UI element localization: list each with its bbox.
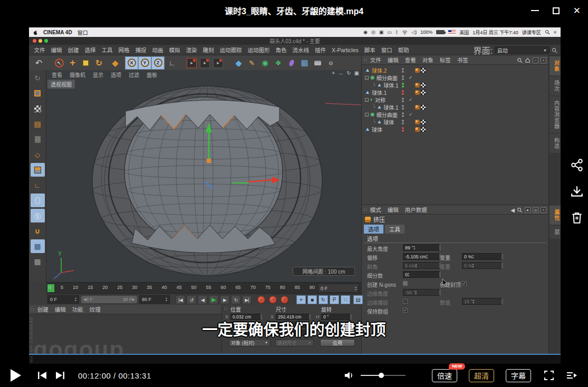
rotate-view-icon[interactable]: ↻	[346, 70, 351, 76]
c4d-menu-15[interactable]: 流水线	[290, 46, 312, 54]
record-options-button[interactable]: ?	[281, 296, 288, 304]
loop-backward-button[interactable]: ↺	[187, 295, 196, 304]
timeline-tick-13[interactable]: 60	[221, 285, 226, 290]
coordinate-system-icon[interactable]: ∟	[166, 56, 179, 70]
attr-tab-1[interactable]: 选项	[364, 225, 383, 234]
material-menu-3[interactable]: 功能	[69, 305, 86, 313]
attr-new-window-icon[interactable]: +	[541, 207, 546, 213]
render-to-picture-viewer-icon[interactable]: ▸	[198, 56, 211, 70]
volume-slider[interactable]	[361, 375, 406, 376]
attribute-value-field[interactable]: 15 °▴▾	[462, 298, 503, 305]
timeline-tick-1[interactable]: 0	[49, 285, 51, 290]
c4d-menu-10[interactable]: 渲染	[183, 46, 200, 54]
timeline-tick-18[interactable]: 85	[295, 285, 300, 290]
lecture-zone-label[interactable]: 讲课专区	[522, 29, 541, 36]
object-label[interactable]: 球体	[372, 125, 382, 133]
om-side-tab-3[interactable]: 内容浏览器	[550, 96, 561, 133]
share-icon[interactable]	[570, 158, 584, 172]
object-tree-row[interactable]: -◉细分曲面✓	[362, 111, 548, 118]
object-label[interactable]: 对称	[375, 96, 385, 104]
input-flag-icon[interactable]	[448, 30, 456, 35]
minimize-icon[interactable]	[531, 10, 539, 11]
c4d-menu-18[interactable]: 脚本	[361, 46, 378, 54]
close-icon[interactable]: ✕	[573, 7, 581, 14]
viewport-solo-icon[interactable]	[31, 193, 45, 207]
subdivision-surface-icon[interactable]: ◉	[258, 56, 272, 70]
viewport-menu-2[interactable]: 摄像机	[66, 71, 89, 79]
enabled-check-icon[interactable]: ✓	[409, 75, 413, 80]
visibility-dots[interactable]	[402, 105, 404, 110]
mograph-array-icon[interactable]: ❖	[272, 56, 285, 70]
record-active-objects-button[interactable]: ⁄	[257, 296, 265, 304]
volume-icon[interactable]	[344, 371, 354, 380]
mac-zoom-icon[interactable]	[44, 39, 48, 43]
attribute-value-field[interactable]: 0▴▾	[403, 271, 441, 278]
c4d-menu-1[interactable]: 文件	[31, 46, 48, 54]
object-label[interactable]: 球体.2	[372, 66, 387, 74]
object-label[interactable]: 细分曲面	[377, 111, 398, 119]
attribute-section-header[interactable]: 选项	[364, 235, 546, 243]
c4d-menu-19[interactable]: 窗口	[378, 46, 395, 54]
texture-mode-icon[interactable]	[31, 102, 45, 115]
key-parameter-button[interactable]: P	[330, 295, 339, 304]
attribute-value-field[interactable]: 89 °▴▾	[403, 244, 441, 251]
c4d-menu-7[interactable]: 捕捉	[132, 46, 149, 54]
om-side-tab-2[interactable]: 场次	[550, 76, 561, 95]
magnet-icon[interactable]: ∪	[31, 224, 45, 238]
timeline-tick-16[interactable]: 75	[265, 285, 271, 290]
object-label[interactable]: 球体.1	[383, 81, 398, 89]
undo-icon[interactable]: ↶	[32, 56, 45, 70]
timeline-layout-button[interactable]: ▤	[353, 295, 363, 304]
c4d-menu-6[interactable]: 网格	[115, 46, 132, 54]
timeline-tick-2[interactable]: 5	[61, 285, 63, 290]
material-tag-icon[interactable]	[415, 120, 420, 124]
bluetooth-icon[interactable]: ᛒ	[396, 30, 398, 35]
object-label[interactable]: 球体	[383, 118, 394, 126]
next-frame-button[interactable]: ▶	[220, 295, 229, 304]
ffd-grid-icon[interactable]: ▦	[298, 56, 311, 70]
spotlight-search-icon[interactable]	[545, 30, 550, 35]
timeline-ruler[interactable]: 051015202530354045505560657075808590 0 F…	[46, 282, 361, 294]
attr-side-tab-1[interactable]: 属性	[550, 206, 561, 225]
material-menu-2[interactable]: 编辑	[52, 305, 69, 313]
current-frame-field[interactable]: 0 F▴▾	[318, 284, 359, 293]
viewport-menu-1[interactable]: 查看	[49, 71, 65, 79]
uvw-tag-icon[interactable]	[421, 127, 426, 132]
enabled-check-icon[interactable]: ✓	[409, 97, 413, 102]
delete-icon[interactable]	[570, 211, 584, 225]
history-icon[interactable]: ↻	[31, 71, 45, 85]
uvw-tag-icon[interactable]	[421, 105, 426, 110]
viewport-menu-4[interactable]: 选项	[108, 71, 124, 79]
om-menu-3[interactable]: 查看	[402, 56, 419, 64]
previous-lesson-icon[interactable]	[37, 371, 47, 380]
axis-x-toggle-icon[interactable]: X	[125, 56, 138, 70]
menubar-clock[interactable]: 1月4日 周三 下午7:40	[473, 29, 518, 36]
playback-speed-button[interactable]: 倍速 NEW	[432, 369, 457, 382]
attr-menu-1[interactable]: 模式	[367, 206, 384, 214]
go-to-start-button[interactable]: |◀	[176, 295, 185, 304]
uvw-tag-icon[interactable]	[421, 120, 426, 124]
attr-tab-2[interactable]: 工具	[385, 225, 404, 234]
next-lesson-icon[interactable]	[55, 371, 65, 380]
download-icon[interactable]	[570, 185, 584, 198]
object-tree-row[interactable]: ▲球体.2	[362, 66, 548, 74]
object-tree-row[interactable]: ▲球体	[362, 125, 548, 133]
render-view-icon[interactable]: ▸	[185, 56, 198, 70]
timeline-tick-8[interactable]: 35	[147, 285, 152, 290]
light-icon[interactable]: ○	[324, 56, 338, 70]
mirroring-icon[interactable]: ▣	[379, 30, 384, 35]
expand-toggle-icon[interactable]: -	[365, 98, 369, 102]
c4d-menu-5[interactable]: 工具	[99, 46, 115, 54]
view-label[interactable]: 透视视图	[47, 80, 75, 89]
macos-app-name[interactable]: CINEMA 4D	[43, 30, 72, 35]
uvw-tag-icon[interactable]	[421, 90, 426, 95]
timeline-tick-11[interactable]: 50	[191, 285, 196, 290]
timeline-tick-12[interactable]: 55	[206, 285, 211, 290]
om-menu-1[interactable]: 文件	[367, 56, 384, 64]
command-search-icon[interactable]	[552, 47, 557, 53]
om-search-icon[interactable]	[517, 57, 523, 63]
visibility-dots[interactable]	[402, 75, 404, 80]
pan-view-icon[interactable]: +	[332, 70, 335, 76]
quantize-icon[interactable]: ▩	[31, 255, 45, 268]
volume-icon[interactable]: ◁)	[411, 30, 417, 35]
